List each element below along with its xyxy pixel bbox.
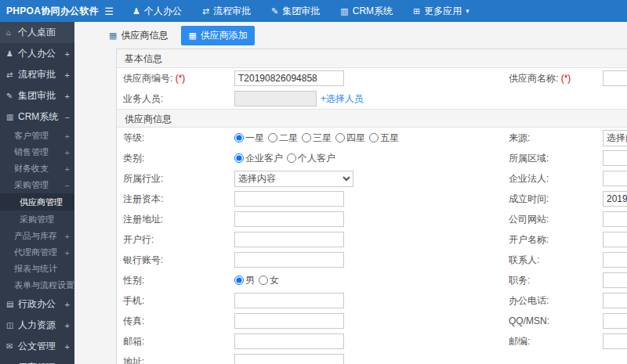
bar-chart-icon: ▥	[340, 6, 348, 16]
topnav-item-crm-system[interactable]: ▥CRM系统	[330, 0, 403, 22]
radio-input[interactable]	[234, 153, 244, 163]
website-input[interactable]	[603, 211, 627, 227]
sidebar-item-official-docs[interactable]: ✉公文管理+	[0, 336, 74, 357]
form-row: 类别:企业客户个人客户所属区域:	[117, 148, 627, 168]
field-control	[603, 70, 627, 86]
source-select[interactable]: 选择内容	[603, 130, 627, 146]
sidebar-item-procurement[interactable]: 采购管理−	[0, 177, 74, 193]
sidebar-item-agent-mgmt[interactable]: 代理商管理+	[0, 244, 74, 261]
form-cell: 办公电话:	[509, 290, 627, 311]
topnav-item-workflow-approval[interactable]: ⇄流程审批	[192, 0, 261, 22]
sidebar-item-purchase-mgmt[interactable]: 采购管理	[0, 211, 74, 228]
app-window: PHPOA协同办公软件 ☰ ♟个人办公⇄流程审批✎集团审批▥CRM系统⊞更多应用…	[0, 0, 627, 364]
radio-input[interactable]	[234, 276, 244, 285]
industry-select[interactable]: 选择内容	[234, 171, 353, 187]
expand-plus-icon: +	[65, 92, 70, 101]
radio-input[interactable]	[335, 133, 345, 142]
field-control	[234, 211, 344, 227]
form-cell: 职务:	[509, 270, 627, 290]
sidebar-item-workflow-approval[interactable]: ⇄流程审批+	[0, 64, 74, 85]
tab-supplier-add[interactable]: ▦供应商添加	[181, 26, 254, 45]
people-icon: ◫	[6, 321, 18, 330]
radio-option[interactable]: 企业客户	[234, 152, 283, 165]
field-control	[603, 293, 627, 308]
sidebar-item-label: 行政办公	[18, 297, 56, 311]
sidebar-item-form-flow-settings[interactable]: 表单与流程设置+	[0, 277, 74, 294]
radio-option[interactable]: 五星	[369, 132, 399, 145]
sidebar-item-vehicle-mgmt[interactable]: ▣用车管理+	[0, 357, 74, 364]
tab-supplier-info[interactable]: ▦供应商信息	[102, 26, 175, 45]
established-date-input[interactable]	[603, 191, 627, 207]
fax-input[interactable]	[234, 313, 344, 329]
form-row: 传真:QQ/MSN:	[117, 311, 627, 331]
radio-option[interactable]: 个人客户	[287, 152, 335, 165]
topnav-item-personal-office[interactable]: ♟个人办公	[122, 0, 192, 22]
supplier-code-input[interactable]	[234, 70, 344, 86]
radio-option[interactable]: 女	[259, 274, 279, 287]
flow-icon: ⇄	[202, 6, 209, 16]
sidebar-item-reports[interactable]: 报表与统计	[0, 261, 74, 277]
job-title-input[interactable]	[603, 272, 627, 288]
radio-input[interactable]	[234, 133, 244, 142]
topnav-item-more-apps[interactable]: ⊞更多应用▾	[403, 0, 480, 22]
section-header: 基本信息	[117, 49, 627, 68]
sidebar-item-crm-system[interactable]: ▥CRM系统−	[0, 106, 74, 128]
registered-address-input[interactable]	[234, 211, 344, 227]
sidebar-item-hr[interactable]: ◫人力资源+	[0, 315, 74, 336]
form-cell: 公司网站:	[509, 209, 627, 229]
sidebar-item-label: 个人办公	[18, 47, 56, 60]
sidebar-item-personal-desktop[interactable]: ⌂个人桌面	[0, 22, 74, 43]
region-input[interactable]	[603, 150, 627, 166]
office-phone-input[interactable]	[603, 293, 627, 308]
mobile-input[interactable]	[234, 293, 344, 308]
hamburger-menu-icon[interactable]: ☰	[96, 5, 122, 17]
postcode-input[interactable]	[603, 333, 627, 349]
select-person-link[interactable]: +选择人员	[321, 92, 364, 106]
form-cell: QQ/MSN:	[509, 311, 627, 331]
section-header: 供应商信息	[117, 109, 627, 128]
sidebar-item-label: 代理商管理	[14, 247, 57, 258]
radio-input[interactable]	[369, 133, 379, 142]
radio-option[interactable]: 男	[234, 274, 255, 287]
supplier-name-input[interactable]	[603, 70, 627, 86]
sales-person-input[interactable]	[234, 91, 317, 106]
contact-input[interactable]	[603, 252, 627, 268]
topnav-item-group-approval[interactable]: ✎集团审批	[261, 0, 330, 22]
sidebar-item-customer-mgmt[interactable]: 客户管理+	[0, 128, 74, 144]
radio-input[interactable]	[268, 133, 277, 142]
sidebar-item-group-approval[interactable]: ✎集团审批+	[0, 85, 74, 106]
form-row: 业务人员:+选择人员	[117, 88, 627, 109]
radio-label: 女	[270, 274, 279, 287]
registered-capital-input[interactable]	[234, 191, 344, 207]
sidebar-item-supplier-mgmt[interactable]: 供应商管理	[0, 193, 74, 211]
expand-plus-icon: +	[65, 148, 70, 157]
edit-icon: ✎	[6, 92, 18, 100]
radio-option[interactable]: 三星	[302, 132, 332, 145]
sidebar-item-admin-office[interactable]: ▤行政办公+	[0, 294, 74, 315]
email-input[interactable]	[234, 333, 344, 349]
bank-input[interactable]	[234, 232, 344, 247]
radio-input[interactable]	[287, 153, 296, 163]
sidebar-item-finance[interactable]: 财务收支+	[0, 160, 74, 177]
form-cell: 注册地址:	[117, 209, 509, 229]
expand-plus-icon: +	[65, 70, 70, 80]
edit-icon: ✎	[271, 6, 278, 16]
radio-input[interactable]	[302, 133, 311, 142]
qq-msn-input[interactable]	[603, 313, 627, 329]
bank-account-input[interactable]	[234, 252, 344, 268]
radio-input[interactable]	[259, 276, 268, 285]
address-input[interactable]	[234, 354, 344, 364]
sidebar-item-personal-office[interactable]: ♟个人办公+	[0, 43, 74, 64]
radio-option[interactable]: 二星	[268, 132, 298, 145]
radio-label: 一星	[245, 132, 264, 145]
radio-label: 企业客户	[245, 152, 283, 165]
field-control	[234, 191, 344, 207]
field-label: 邮箱:	[117, 335, 234, 348]
radio-option[interactable]: 四星	[335, 132, 365, 145]
account-name-input[interactable]	[603, 232, 627, 247]
radio-option[interactable]: 一星	[234, 132, 264, 145]
radio-label: 五星	[380, 132, 399, 145]
legal-person-input[interactable]	[603, 171, 627, 186]
sidebar-item-sales-mgmt[interactable]: 销售管理+	[0, 144, 74, 160]
sidebar-item-product-stock[interactable]: 产品与库存+	[0, 228, 74, 244]
